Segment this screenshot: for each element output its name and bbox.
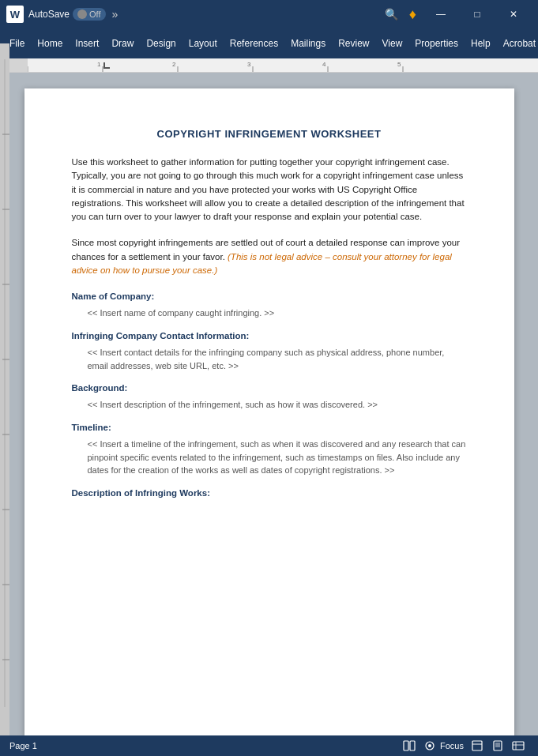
placeholder-background[interactable]: << Insert description of the infringemen… — [88, 398, 467, 412]
placeholder-company-name[interactable]: << Insert name of company caught infring… — [88, 307, 467, 320]
status-bar: Page 1 Focus — [0, 735, 538, 756]
section-contact-info: Infringing Company Contact Information: … — [72, 329, 467, 372]
menu-draw[interactable]: Draw — [105, 33, 140, 54]
autosave-toggle[interactable]: Off — [73, 8, 105, 21]
placeholder-contact-info[interactable]: << Insert contact details for the infrin… — [88, 346, 467, 372]
svg-text:4: 4 — [322, 61, 326, 68]
document-body[interactable]: Use this worksheet to gather information… — [72, 156, 467, 500]
svg-rect-30 — [513, 742, 524, 750]
second-paragraph: Since most copyright infringements are s… — [72, 236, 467, 277]
title-bar: W AutoSave Off » 🔍 ♦ — □ ✕ — [0, 0, 538, 28]
menu-view[interactable]: View — [376, 33, 409, 54]
focus-label: Focus — [440, 741, 464, 750]
word-logo: W — [6, 6, 24, 23]
more-button[interactable]: » — [112, 8, 119, 21]
menu-bar: File Home Insert Draw Design Layout Refe… — [0, 28, 538, 58]
label-background: Background: — [72, 382, 467, 395]
svg-text:3: 3 — [247, 61, 251, 68]
menu-mailings[interactable]: Mailings — [284, 33, 332, 54]
label-contact-info: Infringing Company Contact Information: — [72, 329, 467, 343]
section-description: Description of Infringing Works: — [72, 487, 467, 500]
document-title: COPYRIGHT INFRINGEMENT WORKSHEET — [72, 128, 467, 140]
intro-paragraph: Use this worksheet to gather information… — [72, 156, 467, 224]
menu-home[interactable]: Home — [31, 33, 69, 54]
toggle-circle — [77, 9, 87, 19]
section-timeline: Timeline: << Insert a timeline of the in… — [72, 421, 467, 477]
svg-point-23 — [428, 744, 431, 747]
label-description: Description of Infringing Works: — [72, 487, 467, 500]
label-timeline: Timeline: — [72, 421, 467, 434]
autosave-label: AutoSave — [28, 9, 70, 20]
search-icon: 🔍 — [385, 8, 398, 21]
menu-layout[interactable]: Layout — [182, 33, 224, 54]
autosave-state: Off — [89, 9, 100, 19]
close-button[interactable]: ✕ — [495, 0, 532, 28]
diamond-icon: ♦ — [409, 6, 416, 23]
menu-help[interactable]: Help — [465, 33, 497, 54]
read-mode-icon[interactable] — [402, 739, 416, 753]
minimize-button[interactable]: — — [423, 0, 459, 28]
svg-rect-26 — [494, 741, 502, 750]
web-layout-icon[interactable] — [511, 739, 525, 753]
placeholder-timeline[interactable]: << Insert a timeline of the infringement… — [88, 438, 467, 477]
label-company-name: Name of Company: — [72, 290, 467, 303]
document-page[interactable]: COPYRIGHT INFRINGEMENT WORKSHEET Use thi… — [24, 88, 514, 735]
svg-text:5: 5 — [397, 61, 401, 68]
menu-design[interactable]: Design — [140, 33, 182, 54]
focus-icon[interactable] — [423, 739, 437, 753]
menu-insert[interactable]: Insert — [69, 33, 105, 54]
page-indicator: Page 1 — [9, 741, 37, 750]
section-background: Background: << Insert description of the… — [72, 382, 467, 412]
document-area[interactable]: COPYRIGHT INFRINGEMENT WORKSHEET Use thi… — [0, 73, 538, 735]
menu-properties[interactable]: Properties — [408, 33, 465, 54]
search-button[interactable]: 🔍 — [381, 3, 403, 25]
layout-view-icon[interactable] — [470, 739, 484, 753]
svg-text:1: 1 — [97, 61, 101, 68]
ruler: 1 2 3 4 5 — [0, 58, 538, 73]
restore-button[interactable]: □ — [459, 0, 495, 28]
menu-acrobat[interactable]: Acrobat — [497, 33, 538, 54]
svg-rect-21 — [410, 741, 415, 750]
svg-text:2: 2 — [172, 61, 176, 68]
svg-rect-24 — [472, 741, 482, 750]
print-layout-icon[interactable] — [491, 739, 505, 753]
svg-rect-20 — [404, 741, 408, 750]
menu-review[interactable]: Review — [332, 33, 375, 54]
menu-references[interactable]: References — [224, 33, 284, 54]
section-company-name: Name of Company: << Insert name of compa… — [72, 290, 467, 320]
